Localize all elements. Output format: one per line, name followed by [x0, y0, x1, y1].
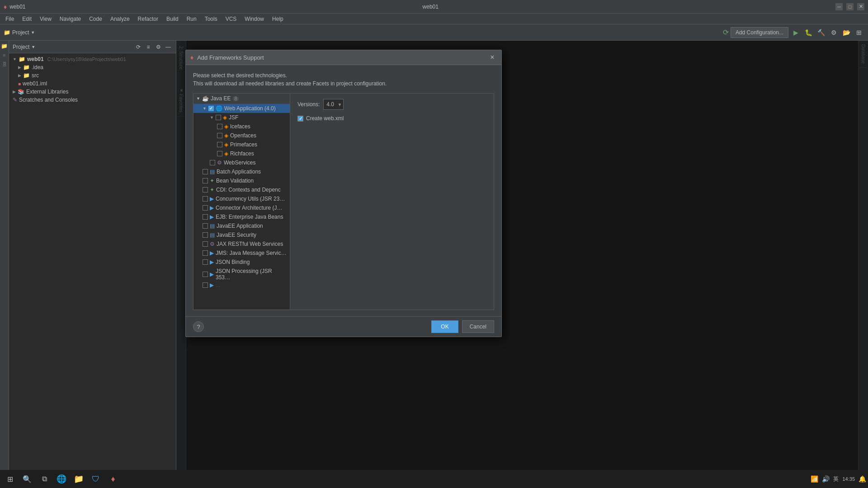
fw-item-jsf[interactable]: ▼ ◈ JSF: [193, 113, 290, 122]
tree-item-external-libs[interactable]: ▶ 📚 External Libraries: [11, 88, 174, 96]
menu-window[interactable]: Window: [241, 15, 268, 23]
fw-checkbox-json-processing[interactable]: [203, 272, 208, 277]
fw-checkbox-ejb[interactable]: [203, 214, 208, 220]
minimize-button[interactable]: ─: [835, 3, 843, 10]
fw-item-json-binding[interactable]: ▶ JSON Binding: [193, 258, 290, 267]
gear-button[interactable]: ⚙: [154, 43, 162, 51]
tree-item-scratches[interactable]: ✎ Scratches and Consoles: [11, 96, 174, 104]
menu-refactor[interactable]: Refactor: [134, 15, 162, 23]
menu-run[interactable]: Run: [183, 15, 200, 23]
fw-item-primefaces[interactable]: ◈ Primefaces: [193, 140, 290, 149]
fw-checkbox-batch[interactable]: [203, 169, 208, 174]
fw-item-ejb[interactable]: ▶ EJB: Enterprise Java Beans: [193, 212, 290, 221]
menu-tools[interactable]: Tools: [201, 15, 221, 23]
menu-code[interactable]: Code: [85, 15, 106, 23]
browser-button[interactable]: 🌐: [53, 471, 70, 487]
project-label: Project: [12, 29, 29, 36]
menu-help[interactable]: Help: [269, 15, 287, 23]
explorer-taskbar-button[interactable]: 📁: [71, 471, 87, 487]
fw-icon-openfaces: ◈: [224, 132, 228, 139]
collapse-all-button[interactable]: ≡: [144, 43, 152, 51]
fw-item-javaee-app[interactable]: ▤ JavaEE Application: [193, 221, 290, 230]
explorer-button[interactable]: 📂: [841, 27, 852, 38]
fw-label-primefaces: Primefaces: [230, 141, 257, 148]
dialog-close-button[interactable]: ×: [488, 53, 497, 62]
fw-checkbox-webservices[interactable]: [210, 160, 215, 165]
tree-item-iml[interactable]: ■ web01.iml: [11, 80, 174, 88]
fw-item-connector[interactable]: ▶ Connector Architecture (J…: [193, 203, 290, 212]
fw-item-icefaces[interactable]: ◈ Icefaces: [193, 122, 290, 131]
fw-checkbox-partial[interactable]: [203, 282, 208, 288]
fw-item-jms[interactable]: ▶ JMS: Java Message Servic…: [193, 249, 290, 258]
ok-button[interactable]: OK: [431, 320, 458, 333]
fw-item-beanval[interactable]: ✦ Bean Validation: [193, 176, 290, 185]
build-button[interactable]: 🔨: [816, 27, 826, 38]
fw-item-openfaces[interactable]: ◈ Openfaces: [193, 131, 290, 140]
fw-item-richfaces[interactable]: ◈ Richfaces: [193, 149, 290, 158]
fw-checkbox-jms[interactable]: [203, 250, 208, 256]
fw-checkbox-primefaces[interactable]: [217, 142, 222, 147]
close-button[interactable]: ✕: [857, 3, 864, 10]
tree-item-src[interactable]: ▶ 📁 src: [11, 71, 174, 80]
fw-item-jax-rest[interactable]: ⚙ JAX RESTful Web Services: [193, 239, 290, 249]
minimize-panel-button[interactable]: —: [164, 43, 172, 51]
fw-checkbox-javaee-app[interactable]: [203, 223, 208, 229]
menu-build[interactable]: Build: [163, 15, 182, 23]
fw-checkbox-javaee-security[interactable]: [203, 232, 208, 238]
tree-item-web01[interactable]: ▼ 📁 web01 C:\Users\ysy18\IdeaProjects\we…: [11, 55, 174, 63]
help-button[interactable]: ?: [193, 321, 204, 332]
debug-button[interactable]: 🐛: [803, 27, 814, 38]
menu-edit[interactable]: Edit: [19, 15, 35, 23]
defender-button[interactable]: 🛡: [88, 471, 104, 487]
menu-navigate[interactable]: Navigate: [56, 15, 85, 23]
fw-checkbox-connector[interactable]: [203, 205, 208, 211]
create-xml-checkbox[interactable]: ✓: [297, 116, 303, 122]
tree-item-idea[interactable]: ▶ 📁 .idea: [11, 63, 174, 71]
structure-icon[interactable]: ≡: [1, 52, 8, 59]
menu-file[interactable]: File: [2, 15, 18, 23]
cancel-button[interactable]: Cancel: [462, 320, 494, 333]
fw-item-json-processing[interactable]: ▶ JSON Processing (JSR 353…: [193, 267, 290, 282]
taskview-button[interactable]: ⧉: [36, 471, 52, 487]
project-selector[interactable]: 📁 Project ▼: [4, 29, 35, 36]
fw-item-batch[interactable]: ▤ Batch Applications: [193, 167, 290, 176]
project-dropdown-arrow[interactable]: ▼: [31, 45, 35, 49]
framework-group-javaee[interactable]: ▼ ☕ Java EE 8: [193, 94, 290, 104]
menu-view[interactable]: View: [36, 15, 55, 23]
database-icon[interactable]: 🗄: [1, 61, 8, 68]
fw-checkbox-beanval[interactable]: [203, 178, 208, 183]
fw-checkbox-cdi[interactable]: [203, 187, 208, 192]
fw-checkbox-webapp[interactable]: ✓: [208, 106, 214, 111]
fw-checkbox-concurrency[interactable]: [203, 196, 208, 202]
project-icon[interactable]: 📁: [1, 42, 8, 50]
versions-select[interactable]: 4.0 3.1 3.0 2.5: [323, 99, 344, 110]
dialog-footer: ? OK Cancel: [186, 316, 501, 337]
start-button[interactable]: ⊞: [2, 471, 18, 487]
fw-checkbox-richfaces[interactable]: [217, 151, 222, 156]
fw-checkbox-openfaces[interactable]: [217, 133, 222, 138]
fw-item-partial[interactable]: ▶ ...: [193, 282, 290, 288]
folder-libs-icon: 📚: [18, 89, 24, 95]
fw-item-webservices[interactable]: ⚙ WebServices: [193, 158, 290, 167]
fw-checkbox-icefaces[interactable]: [217, 124, 222, 129]
fw-checkbox-jax-rest[interactable]: [203, 241, 208, 247]
sync-icon[interactable]: ⟳: [723, 28, 729, 37]
fw-item-concurrency[interactable]: ▶ Concurrency Utils (JSR 23…: [193, 194, 290, 203]
fw-item-cdi[interactable]: ✦ CDI: Contexts and Depenc: [193, 185, 290, 194]
expand-button[interactable]: ⊞: [854, 27, 864, 38]
fw-checkbox-jsf[interactable]: [216, 115, 221, 120]
menu-vcs[interactable]: VCS: [222, 15, 241, 23]
framework-list[interactable]: ▼ ☕ Java EE 8 ▼ ✓ 🌐: [193, 93, 290, 310]
search-button[interactable]: 🔍: [19, 471, 35, 487]
run-button[interactable]: ▶: [790, 27, 801, 38]
maximize-button[interactable]: □: [846, 3, 854, 10]
menu-analyze[interactable]: Analyze: [107, 15, 133, 23]
fw-item-javaee-security[interactable]: ▤ JavaEE Security: [193, 230, 290, 239]
fw-item-webapp[interactable]: ▼ ✓ 🌐 Web Application (4.0): [193, 104, 290, 113]
sync-project-button[interactable]: ⟳: [134, 43, 142, 51]
add-configuration-button[interactable]: Add Configuration...: [731, 27, 788, 38]
fw-checkbox-json-binding[interactable]: [203, 259, 208, 265]
intellij-taskbar-button[interactable]: ♦: [105, 471, 121, 487]
fw-label-webapp: Web Application (4.0): [224, 105, 276, 112]
settings-button[interactable]: ⚙: [828, 27, 839, 38]
